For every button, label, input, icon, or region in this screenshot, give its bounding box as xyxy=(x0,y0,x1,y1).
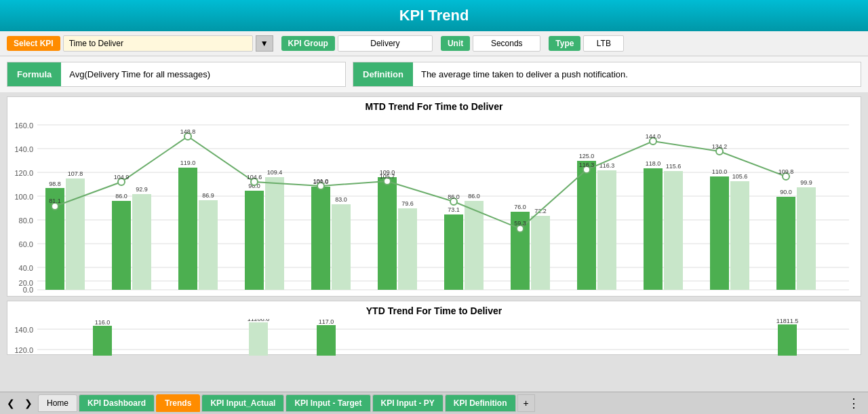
svg-text:134.2: 134.2 xyxy=(712,143,728,150)
ytd-bar-1 xyxy=(93,326,112,356)
info-row: Formula Avg(Delivery Time for all messag… xyxy=(0,56,868,92)
unit-value: Seconds xyxy=(473,35,540,52)
ytd-bar-4 xyxy=(778,324,797,356)
definition-label: Definition xyxy=(353,62,413,86)
bar-py-sep xyxy=(597,170,616,290)
svg-text:11811.5: 11811.5 xyxy=(776,319,799,324)
page-header: KPI Trend xyxy=(0,0,868,31)
bar-actual-feb xyxy=(112,201,131,290)
svg-text:148.8: 148.8 xyxy=(180,128,196,135)
bar-py-dec xyxy=(797,187,816,290)
svg-text:90.0: 90.0 xyxy=(780,189,792,195)
formula-box: Formula Avg(Delivery Time for all messag… xyxy=(7,62,346,87)
svg-text:120.0: 120.0 xyxy=(14,169,33,177)
svg-text:79.6: 79.6 xyxy=(401,200,414,207)
ytd-bar-3 xyxy=(317,325,336,356)
svg-text:11208.6: 11208.6 xyxy=(248,319,270,322)
tab-kpi-dashboard[interactable]: KPI Dashboard xyxy=(79,394,155,412)
svg-text:98.8: 98.8 xyxy=(49,181,61,187)
svg-text:116.0: 116.0 xyxy=(95,319,111,326)
svg-text:101.0: 101.0 xyxy=(313,178,329,185)
svg-text:80.0: 80.0 xyxy=(19,217,33,225)
tab-kpi-input-actual[interactable]: KPI Input_Actual xyxy=(201,394,284,412)
bottom-tabs-bar: ❮ ❯ Home KPI Dashboard Trends KPI Input_… xyxy=(0,392,868,414)
svg-text:110.0: 110.0 xyxy=(712,168,728,175)
select-kpi-label: Select KPI xyxy=(7,36,60,51)
svg-text:118.0: 118.0 xyxy=(646,160,661,167)
ytd-chart-title: YTD Trend For Time to Deliver xyxy=(12,305,856,316)
svg-text:86.9: 86.9 xyxy=(202,192,214,199)
svg-text:81.1: 81.1 xyxy=(49,197,61,204)
svg-text:140.0: 140.0 xyxy=(14,326,33,334)
ytd-chart-svg: 140.0 120.0 116.0 11208.6 117.0 11811.5 xyxy=(12,319,852,356)
bar-actual-oct xyxy=(644,168,663,290)
tab-home[interactable]: Home xyxy=(38,394,77,412)
svg-text:73.1: 73.1 xyxy=(448,206,460,213)
kpi-group-value: Delivery xyxy=(338,35,433,52)
formula-text: Avg(Delivery Time for all messages) xyxy=(61,64,218,85)
bar-py-apr xyxy=(265,177,284,290)
tab-next-button[interactable]: ❯ xyxy=(20,396,37,410)
svg-text:120.0: 120.0 xyxy=(14,346,33,354)
bar-actual-may xyxy=(311,187,330,290)
svg-text:104.6: 104.6 xyxy=(247,174,262,181)
svg-text:100.0: 100.0 xyxy=(14,193,33,201)
definition-text: The average time taken to deliver a push… xyxy=(413,64,636,85)
bar-actual-nov xyxy=(710,176,729,290)
mtd-chart-title: MTD Trend For Time to Deliver xyxy=(12,101,856,112)
bar-actual-dec xyxy=(776,197,795,290)
svg-text:83.0: 83.0 xyxy=(335,196,347,203)
top-bar: Select KPI ▼ KPI Group Delivery Unit Sec… xyxy=(0,31,868,56)
svg-text:104.9: 104.9 xyxy=(114,174,130,181)
kpi-select-input[interactable] xyxy=(63,35,253,52)
svg-text:105.7: 105.7 xyxy=(380,173,395,180)
svg-text:86.0: 86.0 xyxy=(448,193,460,200)
type-label: Type xyxy=(549,36,580,51)
bar-actual-sep xyxy=(577,161,596,290)
bar-actual-jul xyxy=(444,214,463,290)
svg-text:144.0: 144.0 xyxy=(646,133,661,140)
kpi-dropdown-arrow[interactable]: ▼ xyxy=(256,35,273,52)
kpi-group-label: KPI Group xyxy=(281,36,335,51)
bar-py-jun xyxy=(398,208,417,290)
definition-box: Definition The average time taken to del… xyxy=(353,62,861,87)
sheet-menu-button[interactable]: ⋮ xyxy=(842,396,865,411)
bar-py-oct xyxy=(664,171,683,290)
bar-py-jul xyxy=(465,201,484,290)
bar-actual-jun xyxy=(378,177,397,290)
unit-label: Unit xyxy=(441,36,470,51)
formula-label: Formula xyxy=(7,62,61,86)
bar-actual-mar xyxy=(178,168,197,290)
tab-kpi-input-target[interactable]: KPI Input - Target xyxy=(285,394,370,412)
svg-text:109.4: 109.4 xyxy=(267,169,283,176)
svg-text:40.0: 40.0 xyxy=(19,264,33,272)
add-sheet-button[interactable]: + xyxy=(517,394,535,412)
svg-text:86.0: 86.0 xyxy=(115,193,127,200)
svg-text:119.0: 119.0 xyxy=(180,159,196,166)
bar-py-aug xyxy=(531,216,550,290)
svg-text:92.9: 92.9 xyxy=(136,186,148,193)
svg-text:86.0: 86.0 xyxy=(468,193,480,200)
tab-trends[interactable]: Trends xyxy=(156,394,200,412)
svg-text:109.8: 109.8 xyxy=(778,168,794,175)
svg-text:160.0: 160.0 xyxy=(14,121,33,130)
bar-py-feb xyxy=(132,194,151,290)
bar-py-may xyxy=(332,204,351,290)
tab-kpi-definition[interactable]: KPI Definition xyxy=(445,394,516,412)
svg-text:76.0: 76.0 xyxy=(514,204,526,210)
ytd-chart-container: YTD Trend For Time to Deliver 140.0 120.… xyxy=(7,301,861,355)
svg-text:107.8: 107.8 xyxy=(68,170,83,177)
mtd-chart-container: MTD Trend For Time to Deliver 160.0 140.… xyxy=(7,96,861,297)
mtd-chart-svg: 160.0 140.0 120.0 100.0 80.0 60.0 40.0 2… xyxy=(12,115,852,295)
bar-actual-apr xyxy=(245,191,264,290)
svg-text:116.3: 116.3 xyxy=(579,162,595,168)
type-value: LTB xyxy=(583,35,624,52)
svg-text:105.6: 105.6 xyxy=(732,173,748,180)
tab-prev-button[interactable]: ❮ xyxy=(3,396,19,410)
svg-text:115.6: 115.6 xyxy=(666,163,682,170)
bar-py-nov xyxy=(730,181,749,290)
tab-kpi-input-py[interactable]: KPI Input - PY xyxy=(372,394,443,412)
svg-text:140.0: 140.0 xyxy=(14,145,33,153)
svg-text:59.3: 59.3 xyxy=(514,220,526,227)
svg-text:0.0: 0.0 xyxy=(23,286,33,294)
